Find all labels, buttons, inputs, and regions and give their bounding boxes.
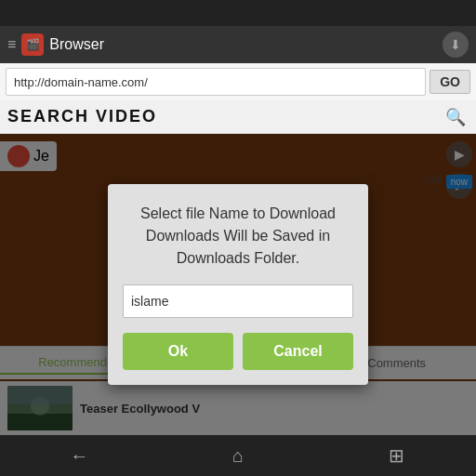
- search-bar-row: SEARCH VIDEO 🔍: [0, 100, 476, 134]
- home-button[interactable]: ⌂: [218, 435, 258, 476]
- modal-buttons: Ok Cancel: [123, 333, 353, 370]
- cancel-button[interactable]: Cancel: [243, 333, 353, 370]
- back-button[interactable]: ←: [59, 435, 99, 476]
- bottom-nav: ← ⌂ ⊞: [0, 435, 476, 476]
- modal-title: Select file Name to DownloadDownloads Wi…: [123, 203, 353, 270]
- app-container: ≡ 🎬 Browser ⬇ GO SEARCH VIDEO 🔍 ▶ ➤ Je: [0, 0, 476, 476]
- go-button[interactable]: GO: [430, 70, 470, 94]
- browser-title: Browser: [49, 36, 437, 53]
- modal-box: Select file Name to DownloadDownloads Wi…: [108, 184, 368, 385]
- download-icon-btn[interactable]: ⬇: [443, 32, 469, 58]
- apps-button[interactable]: ⊞: [377, 435, 417, 476]
- filename-input[interactable]: [123, 284, 353, 318]
- modal-overlay: Select file Name to DownloadDownloads Wi…: [0, 134, 476, 435]
- url-input[interactable]: [6, 68, 426, 96]
- main-content: ▶ ➤ Je 5:04 now Recommended Description …: [0, 134, 476, 435]
- menu-icon[interactable]: ≡: [7, 36, 16, 53]
- browser-logo: 🎬: [21, 33, 44, 56]
- search-icon[interactable]: 🔍: [443, 104, 469, 130]
- url-bar-row: GO: [0, 63, 476, 100]
- browser-header: ≡ 🎬 Browser ⬇: [0, 26, 476, 63]
- ok-button[interactable]: Ok: [123, 333, 233, 370]
- search-label: SEARCH VIDEO: [7, 107, 439, 126]
- status-bar: [0, 0, 476, 26]
